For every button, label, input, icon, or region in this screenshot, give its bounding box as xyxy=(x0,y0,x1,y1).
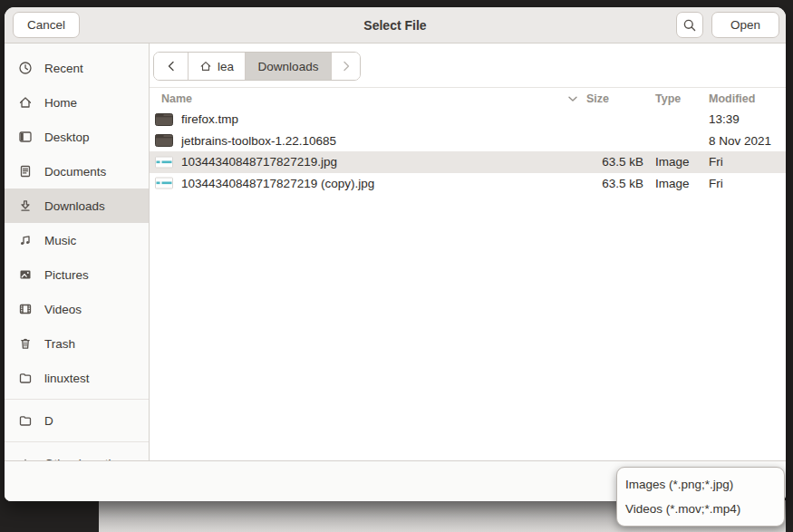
sidebar-item-videos[interactable]: Videos xyxy=(5,292,149,326)
sidebar-item-desktop[interactable]: Desktop xyxy=(5,120,149,154)
sidebar-item-label: linuxtest xyxy=(44,372,90,385)
sidebar-item-documents[interactable]: Documents xyxy=(5,154,149,189)
file-size: 63.5 kB xyxy=(586,155,646,169)
places-sidebar: Recent Home Desktop Documents xyxy=(5,44,150,460)
column-header-size[interactable]: Size xyxy=(586,92,646,105)
file-name: 10344340848717827219.jpg xyxy=(181,155,337,169)
sidebar-separator xyxy=(5,399,149,400)
downloads-icon xyxy=(18,198,33,213)
sidebar-item-label: Pictures xyxy=(44,268,89,282)
sidebar-item-label: Home xyxy=(44,96,77,110)
image-file-icon xyxy=(155,176,173,190)
file-chooser-dialog: Cancel Select File Open Recent xyxy=(5,7,786,501)
documents-icon xyxy=(18,164,33,179)
sidebar-item-other-locations[interactable]: Other Locations xyxy=(5,446,149,460)
filter-dropdown-popup: Images (*.png;*.jpg) Videos (*.mov;*.mp4… xyxy=(616,467,785,527)
videos-icon xyxy=(18,302,33,316)
home-icon xyxy=(199,60,212,73)
column-header-modified[interactable]: Modified xyxy=(696,92,786,105)
cancel-button[interactable]: Cancel xyxy=(13,12,80,38)
dialog-headerbar: Cancel Select File Open xyxy=(5,7,786,44)
sidebar-item-trash[interactable]: Trash xyxy=(5,326,149,361)
sidebar-item-recent[interactable]: Recent xyxy=(5,51,149,85)
image-file-icon xyxy=(155,155,173,169)
file-name: 10344340848717827219 (copy).jpg xyxy=(181,177,374,190)
sidebar-item-pictures[interactable]: Pictures xyxy=(5,257,149,292)
column-header-type[interactable]: Type xyxy=(646,92,696,105)
desktop-icon xyxy=(18,130,33,144)
folder-icon xyxy=(155,112,173,127)
pathbar-back-button[interactable] xyxy=(154,53,189,80)
file-modified: Fri xyxy=(696,177,786,190)
file-name: jetbrains-toolbox-1.22.10685 xyxy=(181,134,336,148)
file-row-image-jpg[interactable]: 10344340848717827219.jpg 63.5 kB Image F… xyxy=(150,151,786,173)
sidebar-item-home[interactable]: Home xyxy=(5,85,149,120)
pathbar-segment-home[interactable]: lea xyxy=(189,53,246,80)
sidebar-item-label: Recent xyxy=(44,62,83,75)
sidebar-item-label: Desktop xyxy=(44,131,90,144)
music-icon xyxy=(18,233,33,247)
open-button[interactable]: Open xyxy=(711,12,779,38)
file-row-firefox-tmp[interactable]: firefox.tmp 13:39 xyxy=(150,109,786,131)
sidebar-item-downloads[interactable]: Downloads xyxy=(5,189,149,223)
sidebar-item-label: Music xyxy=(44,234,76,247)
dialog-title: Select File xyxy=(5,18,786,33)
folder-icon xyxy=(18,371,33,385)
file-browser-pane: lea Downloads Name xyxy=(150,44,786,460)
home-icon xyxy=(18,95,33,110)
sidebar-item-label: Documents xyxy=(44,165,106,179)
sidebar-item-music[interactable]: Music xyxy=(5,223,149,257)
file-row-image-copy-jpg[interactable]: 10344340848717827219 (copy).jpg 63.5 kB … xyxy=(150,173,786,195)
sidebar-item-label: Trash xyxy=(44,337,75,351)
pathbar-home-label: lea xyxy=(218,60,234,73)
file-list: Name Size Type Modified fi xyxy=(150,87,786,460)
pictures-icon xyxy=(18,267,33,282)
file-modified: Fri xyxy=(696,155,786,169)
file-size: 63.5 kB xyxy=(586,177,646,190)
sidebar-item-linuxtest[interactable]: linuxtest xyxy=(5,361,149,395)
recent-icon xyxy=(18,61,33,75)
sidebar-item-d[interactable]: D xyxy=(5,403,149,438)
sidebar-item-label: D xyxy=(44,414,53,428)
folder-icon xyxy=(18,413,33,428)
sidebar-item-label: Downloads xyxy=(44,199,105,213)
chevron-down-icon xyxy=(567,95,578,102)
search-icon xyxy=(682,18,697,33)
file-row-jetbrains-toolbox[interactable]: jetbrains-toolbox-1.22.10685 8 Nov 2021 xyxy=(150,131,786,152)
pathbar-current-label: Downloads xyxy=(258,60,319,73)
filter-option-videos[interactable]: Videos (*.mov;*.mp4) xyxy=(617,497,784,521)
file-modified: 13:39 xyxy=(696,112,786,126)
column-header-name[interactable]: Name xyxy=(150,92,586,105)
file-name: firefox.tmp xyxy=(181,112,238,126)
search-button[interactable] xyxy=(676,12,703,38)
file-type: Image xyxy=(646,155,696,169)
chevron-left-icon xyxy=(167,61,176,72)
trash-icon xyxy=(18,336,33,351)
sidebar-separator xyxy=(5,441,149,442)
pathbar: lea Downloads xyxy=(153,52,361,81)
sidebar-item-label: Videos xyxy=(44,303,82,316)
file-type: Image xyxy=(646,177,696,190)
file-modified: 8 Nov 2021 xyxy=(696,134,786,148)
chevron-right-icon xyxy=(342,61,351,72)
pathbar-segment-downloads[interactable]: Downloads xyxy=(246,53,332,80)
folder-icon xyxy=(155,133,173,148)
pathbar-forward-button[interactable] xyxy=(332,53,360,80)
file-list-header: Name Size Type Modified xyxy=(150,88,786,109)
filter-option-images[interactable]: Images (*.png;*.jpg) xyxy=(617,472,784,497)
